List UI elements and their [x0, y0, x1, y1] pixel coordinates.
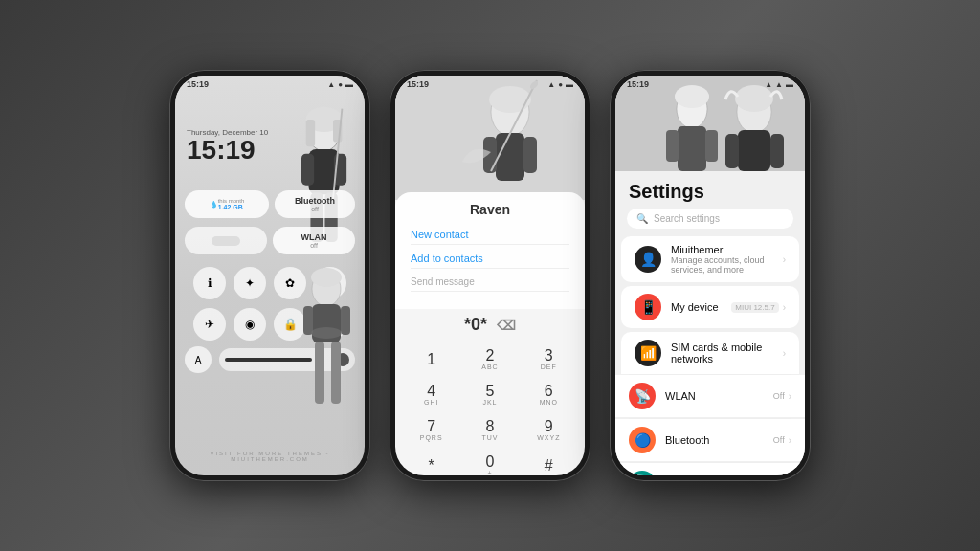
contact-panel: Raven New contact Add to contacts Send m…: [395, 192, 585, 309]
wallpaper-area: [175, 76, 365, 286]
battery3-icon: ▬: [786, 80, 793, 89]
my-device-item[interactable]: 📱 My device MIUI 12.5.7 ›: [621, 286, 799, 328]
anime-lower-svg: [278, 260, 365, 452]
dialer-actions: New contact Add to contacts Send message: [411, 225, 569, 292]
wlan-label: WLAN: [665, 390, 764, 402]
bluetooth-text: Bluetooth: [665, 434, 764, 446]
clock-phone1: 15:19: [187, 79, 209, 89]
device-version: MIUI 12.5.7: [731, 302, 778, 313]
phone-home: 15:19 ▲ ● ▬: [169, 70, 370, 481]
dialer-header-svg: [395, 76, 585, 200]
key-6[interactable]: 6MNO: [521, 378, 577, 411]
key-1[interactable]: 1: [403, 342, 459, 376]
svg-rect-34: [738, 130, 770, 171]
wlan-text: WLAN: [665, 390, 764, 402]
key-2[interactable]: 2ABC: [461, 342, 518, 376]
sim-item[interactable]: 📶 SIM cards & mobile networks ›: [621, 332, 799, 374]
anime-figure-lower: [278, 260, 365, 452]
status-icons-phone1: ▲ ● ▬: [327, 80, 353, 89]
wifi3-icon: ▲: [775, 80, 783, 89]
search-icon: 🔍: [636, 213, 648, 224]
svg-rect-23: [523, 137, 537, 173]
key-hash[interactable]: #: [521, 449, 577, 475]
device-label: My device: [671, 301, 722, 313]
toggle-eye[interactable]: ◉: [234, 308, 266, 341]
key-8[interactable]: 8TUV: [461, 413, 518, 447]
clock-widget: Thursday, December 10 15:19: [187, 128, 268, 164]
account-item[interactable]: 👤 Miuithemer Manage accounts, cloud serv…: [621, 236, 799, 282]
wlan-widget[interactable]: WLAN off: [273, 227, 355, 254]
search-bar[interactable]: 🔍 Search settings: [627, 209, 793, 229]
svg-rect-36: [770, 134, 784, 168]
svg-rect-14: [315, 342, 324, 404]
hotspot-item[interactable]: 📶 Portable hotspot Off ›: [615, 463, 805, 475]
data-widget[interactable]: 💧 this month 1.42 GB: [185, 190, 269, 218]
toggle-a[interactable]: A: [185, 346, 212, 373]
bluetooth-label: Bluetooth: [665, 434, 764, 446]
svg-point-17: [311, 327, 342, 339]
key-5[interactable]: 5JKL: [461, 378, 518, 411]
status-bar-phone1: 15:19 ▲ ● ▬: [175, 76, 365, 93]
wlan-value: Off: [773, 391, 785, 401]
status-bar-phone2: 15:19 ▲ ● ▬: [395, 76, 585, 93]
account-chevron: ›: [783, 254, 786, 265]
main-container: 15:19 ▲ ● ▬: [0, 0, 980, 551]
status-icons-phone2: ▲ ● ▬: [547, 80, 573, 89]
search-placeholder: Search settings: [654, 213, 720, 224]
empty-widget[interactable]: [185, 227, 267, 254]
wlan-chevron: ›: [789, 391, 791, 402]
action-send-message[interactable]: Send message: [411, 273, 569, 292]
account-icon: 👤: [635, 246, 661, 273]
device-chevron: ›: [783, 302, 786, 313]
hotspot-icon: 📶: [629, 471, 656, 475]
account-sub: Manage accounts, cloud services, and mor…: [671, 255, 773, 275]
wlan-icon: 📡: [629, 383, 656, 409]
clock-phone3: 15:19: [627, 79, 649, 89]
toggle-plane[interactable]: ✈: [193, 308, 226, 341]
key-0[interactable]: 0+: [461, 449, 518, 475]
wlan-right: Off ›: [773, 391, 791, 402]
key-9[interactable]: 9WXYZ: [521, 413, 577, 447]
action-new-contact[interactable]: New contact: [411, 225, 569, 245]
svg-rect-29: [678, 126, 706, 171]
bluetooth-right: Off ›: [773, 435, 791, 446]
contact-name: Raven: [411, 202, 569, 217]
svg-rect-13: [331, 342, 341, 404]
time-large: 15:19: [187, 137, 268, 164]
widget-row-1: 💧 this month 1.42 GB Bluetooth off: [185, 190, 355, 218]
dialer-header-image: [395, 76, 585, 200]
key-7[interactable]: 7PQRS: [403, 413, 459, 447]
settings-title: Settings: [615, 171, 805, 209]
widget-row-2: WLAN off: [185, 227, 355, 254]
device-right: MIUI 12.5.7 ›: [731, 302, 786, 313]
account-name: Miuithemer: [671, 244, 773, 255]
clock-phone2: 15:19: [407, 79, 429, 89]
bluetooth-value: Off: [773, 435, 785, 445]
key-3[interactable]: 3DEF: [521, 342, 577, 376]
svg-rect-16: [341, 306, 350, 335]
sim-text: SIM cards & mobile networks: [671, 342, 773, 364]
toggle-info[interactable]: ℹ: [193, 267, 226, 299]
sim-label: SIM cards & mobile networks: [671, 342, 773, 364]
key-4[interactable]: 4GHI: [403, 378, 459, 411]
keypad: 1 2ABC 3DEF 4GHI 5JKL 6MNO 7PQRS 8TUV 9W…: [395, 341, 585, 475]
svg-rect-35: [725, 134, 739, 168]
svg-rect-15: [303, 306, 313, 335]
status-bar-phone3: 15:19 ▲ ▲ ▬: [615, 76, 805, 93]
device-icon: 📱: [635, 294, 661, 320]
action-add-contact[interactable]: Add to contacts: [411, 249, 569, 269]
toggle-person[interactable]: ✦: [234, 267, 266, 299]
account-text: Miuithemer Manage accounts, cloud servic…: [671, 244, 773, 275]
bluetooth-widget[interactable]: Bluetooth off: [275, 190, 355, 218]
sim-icon: 📶: [635, 340, 661, 366]
svg-rect-2: [301, 154, 314, 186]
key-star[interactable]: *: [403, 449, 459, 475]
wlan-item[interactable]: 📡 WLAN Off ›: [615, 375, 805, 417]
svg-rect-31: [705, 130, 718, 162]
backspace-btn[interactable]: ⌫: [497, 318, 516, 333]
signal-icon: ▲: [327, 80, 335, 89]
svg-rect-30: [666, 130, 679, 162]
number-display: *0* ⌫: [395, 309, 585, 341]
bluetooth-item[interactable]: 🔵 Bluetooth Off ›: [615, 419, 805, 461]
watermark-text: VISIT FOR MORE THEMES - MIUITHEMER.COM: [175, 451, 365, 462]
